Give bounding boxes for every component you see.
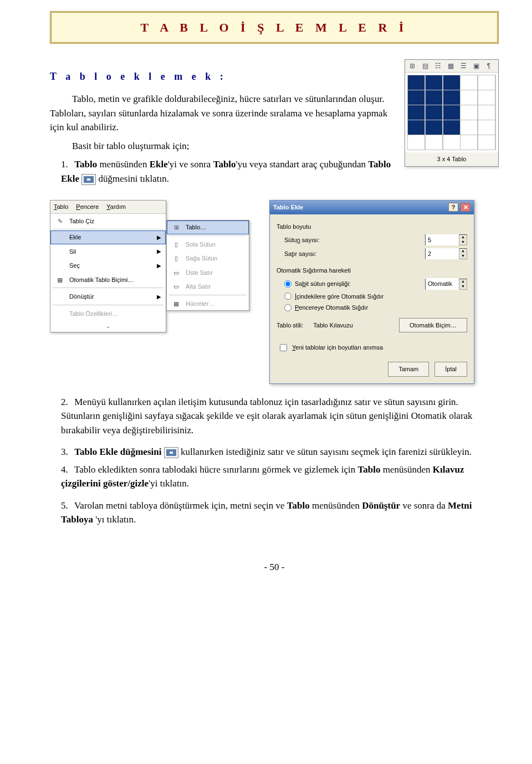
row-count-spinner[interactable]: ▲▼ [425, 248, 467, 259]
spin-up-icon[interactable]: ▲ [459, 249, 467, 254]
picker-cell[interactable] [461, 120, 477, 135]
picker-tool-icon[interactable]: ☷ [432, 61, 444, 71]
autoformat-button[interactable]: Otomatik Biçim… [399, 318, 467, 333]
fixed-width-spinner[interactable]: ▲▼ [425, 279, 467, 290]
spin-down-icon[interactable]: ▼ [459, 254, 467, 259]
picker-cell[interactable] [408, 120, 424, 135]
picker-grid[interactable] [407, 75, 496, 150]
close-button[interactable]: ✕ [461, 203, 470, 212]
submenu-item-label: Sağa Sütun [186, 254, 218, 263]
picker-cell[interactable] [478, 90, 495, 105]
menu-item: Tablo Özellikleri… [50, 306, 166, 321]
picker-tool-icon[interactable]: ▦ [444, 61, 457, 71]
picker-tool-icon[interactable]: ▤ [419, 61, 431, 71]
picker-cell[interactable] [443, 90, 460, 105]
menu-expand-chevron-icon[interactable]: ⌄ [50, 320, 166, 332]
spin-down-icon[interactable]: ▼ [459, 284, 467, 289]
submenu-item-label: Üste Satır [186, 268, 213, 278]
column-count-spinner[interactable]: ▲▼ [425, 234, 467, 245]
picker-cell[interactable] [426, 75, 442, 90]
cancel-button[interactable]: İptal [434, 362, 467, 377]
step-5: 5. Varolan metni tabloya dönüştürmek içi… [61, 499, 499, 527]
spin-up-icon[interactable]: ▲ [459, 235, 467, 240]
menu-bar-item[interactable]: Tablo [54, 202, 68, 212]
menu-item-label: Tablo Özellikleri… [69, 309, 118, 319]
table-style-label: Tablo stili: [277, 321, 303, 330]
picker-cell[interactable] [478, 75, 495, 90]
autofit-content-radio[interactable] [284, 293, 291, 300]
tablo-ekle-dialog[interactable]: Tablo Ekle ? ✕ Tablo boyutu Sütun sayısı… [269, 200, 474, 384]
menu-item-label: Sil [69, 247, 76, 257]
picker-cell[interactable] [443, 135, 460, 150]
submenu-panel[interactable]: ⊞Tablo…▯Sola Sütun▯Sağa Sütun▭Üste Satır… [166, 220, 249, 311]
picker-cell[interactable] [478, 135, 495, 150]
menu-bar-item[interactable]: Pencere [76, 202, 99, 212]
menu-item-icon: ▦ [55, 275, 65, 285]
menu-item[interactable]: ✎Tablo Çiz [50, 214, 166, 228]
picker-cell[interactable] [478, 120, 495, 135]
picker-cell[interactable] [426, 90, 442, 105]
fixed-width-input[interactable] [426, 278, 459, 290]
ok-button[interactable]: Tamam [388, 362, 429, 377]
picker-cell[interactable] [461, 135, 477, 150]
picker-toolbar: ⊞ ▤ ☷ ▦ ☰ ▣ ¶ [405, 60, 498, 73]
picker-cell[interactable] [426, 120, 442, 135]
picker-cell[interactable] [408, 105, 424, 120]
menu-item-label: Tablo Çiz [69, 217, 94, 226]
picker-cell[interactable] [426, 105, 442, 120]
picker-cell[interactable] [461, 90, 477, 105]
submenu-item-label: Hücreler… [186, 299, 215, 309]
row-count-input[interactable] [426, 248, 459, 260]
picker-tool-icon[interactable]: ☰ [457, 61, 469, 71]
picker-cell[interactable] [443, 75, 460, 90]
picker-cell[interactable] [461, 105, 477, 120]
dialog-titlebar[interactable]: Tablo Ekle ? ✕ [270, 201, 474, 214]
column-count-input[interactable] [426, 234, 459, 246]
fixed-width-radio[interactable] [284, 280, 291, 288]
menu-item-label: Otomatik Tablo Biçimi… [69, 275, 134, 285]
picker-cell[interactable] [408, 135, 424, 150]
submenu-arrow-icon: ▶ [157, 261, 161, 270]
picker-cell[interactable] [478, 105, 495, 120]
step-2: 2. Menüyü kullanırken açılan iletişim ku… [61, 395, 499, 438]
picker-tool-icon[interactable]: ¶ [483, 61, 495, 71]
menu-item[interactable]: Ekle▶ [50, 230, 166, 244]
menu-panel[interactable]: Tablo Pencere Yardım ✎Tablo ÇizEkle▶Sil▶… [50, 200, 166, 332]
menu-item[interactable]: Dönüştür▶ [50, 289, 166, 304]
step-3-text-a: Tablo Ekle düğmesini [74, 447, 161, 457]
picker-cell[interactable] [408, 90, 424, 105]
submenu-item-label: Alta Satır [186, 282, 211, 291]
picker-cell[interactable] [443, 120, 460, 135]
picker-tool-icon[interactable]: ▣ [470, 61, 482, 71]
menu-bar-item[interactable]: Yardım [106, 202, 126, 212]
spin-up-icon[interactable]: ▲ [459, 279, 467, 284]
menu-item[interactable]: Sil▶ [50, 244, 166, 259]
picker-cell[interactable] [443, 105, 460, 120]
picker-tool-icon[interactable]: ⊞ [406, 61, 418, 71]
tablo-menu-screenshot: Tablo Pencere Yardım ✎Tablo ÇizEkle▶Sil▶… [50, 200, 249, 332]
picker-cell[interactable] [408, 75, 424, 90]
step-1-text-b: düğmesini tıklatın. [99, 173, 170, 184]
menu-item-label: Ekle [69, 233, 81, 242]
menu-bar: Tablo Pencere Yardım [50, 201, 166, 214]
menu-item[interactable]: Seç▶ [50, 258, 166, 273]
column-count-label: Sütun sayısı: [284, 235, 421, 245]
spin-down-icon[interactable]: ▼ [459, 240, 467, 245]
submenu-item: ▯Sola Sütun [167, 237, 249, 252]
submenu-arrow-icon: ▶ [157, 233, 161, 242]
remember-dimensions-checkbox[interactable] [280, 344, 287, 351]
dialog-title: Tablo Ekle [273, 203, 303, 212]
menu-item[interactable]: ▦Otomatik Tablo Biçimi… [50, 273, 166, 287]
picker-cell[interactable] [461, 75, 477, 90]
submenu-item-icon: ▯ [171, 254, 181, 263]
submenu-item-icon: ▯ [171, 240, 181, 249]
menu-item-icon: ✎ [55, 217, 65, 226]
table-style-value: Tablo Kılavuzu [308, 321, 395, 330]
step-4-text: Tablo ekledikten sonra tablodaki hücre s… [61, 464, 464, 489]
submenu-item[interactable]: ⊞Tablo… [167, 221, 249, 234]
table-picker-popup[interactable]: ⊞ ▤ ☷ ▦ ☰ ▣ ¶ 3 x 4 Tablo [405, 59, 499, 167]
autofit-window-radio[interactable] [284, 304, 291, 311]
submenu-item-icon: ▭ [171, 282, 181, 291]
picker-cell[interactable] [426, 135, 442, 150]
help-button[interactable]: ? [448, 203, 458, 212]
